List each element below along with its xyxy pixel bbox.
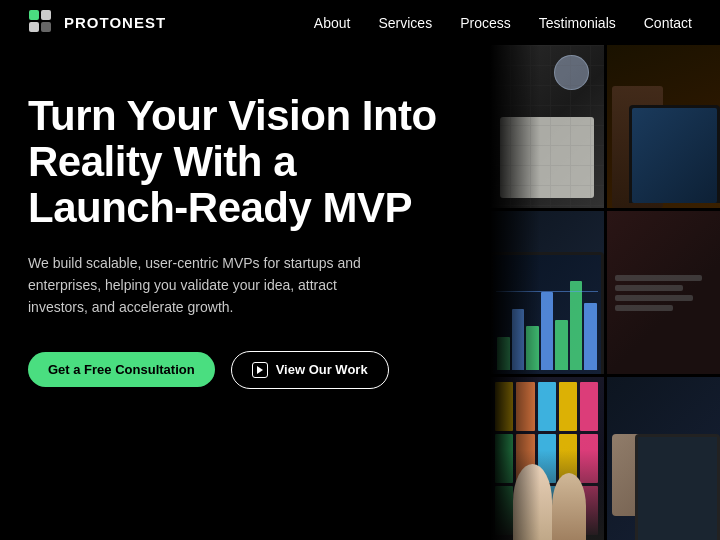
person-1 (513, 464, 553, 540)
chart-line (496, 291, 598, 292)
img4-bar-2 (615, 285, 683, 291)
img4-bar-4 (615, 305, 674, 311)
nav-links: About Services Process Testimonials Cont… (314, 14, 692, 32)
bar-2 (512, 309, 525, 370)
img6-screen (638, 437, 717, 540)
hero-image-grid (490, 45, 720, 540)
logo-text: PROTONEST (64, 14, 166, 31)
cta-primary-button[interactable]: Get a Free Consultation (28, 352, 215, 387)
img1-paper (500, 117, 594, 199)
hero-title: Turn Your Vision Into Reality With a Lau… (28, 93, 462, 232)
person-2 (552, 473, 586, 540)
hero-subtitle: We build scalable, user-centric MVPs for… (28, 252, 388, 319)
nav-process[interactable]: Process (460, 15, 511, 31)
hero-image-3 (490, 211, 604, 374)
nav-testimonials[interactable]: Testimonials (539, 15, 616, 31)
bar-1 (497, 337, 510, 370)
navbar: PROTONEST About Services Process Testimo… (0, 0, 720, 45)
nav-services[interactable]: Services (378, 15, 432, 31)
sticky-2 (516, 382, 534, 431)
logo-icon (28, 9, 56, 37)
svg-rect-2 (29, 22, 39, 32)
svg-rect-3 (41, 22, 51, 32)
nav-contact[interactable]: Contact (644, 15, 692, 31)
bar-4 (541, 292, 554, 370)
img4-bar-1 (615, 275, 703, 281)
img5-people (490, 450, 604, 540)
img4-bar-3 (615, 295, 693, 301)
img3-screen (493, 255, 601, 374)
bar-7 (584, 303, 597, 370)
hero-content: Turn Your Vision Into Reality With a Lau… (0, 45, 490, 540)
hero-image-6 (607, 377, 721, 540)
hero-image-4 (607, 211, 721, 374)
bar-6 (570, 281, 583, 370)
hero-image-5 (490, 377, 604, 540)
sticky-4 (559, 382, 577, 431)
img1-glass (554, 55, 589, 90)
img4-content (607, 211, 721, 374)
hero-image-2 (607, 45, 721, 208)
nav-about[interactable]: About (314, 15, 351, 31)
play-triangle (257, 366, 263, 374)
img2-laptop (629, 105, 720, 203)
img3-laptop (490, 252, 604, 374)
img2-screen (632, 108, 717, 203)
sticky-5 (580, 382, 598, 431)
hero-buttons: Get a Free Consultation View Our Work (28, 351, 462, 389)
logo[interactable]: PROTONEST (28, 9, 166, 37)
img6-laptop (635, 434, 720, 540)
sticky-1 (495, 382, 513, 431)
bar-3 (526, 326, 539, 371)
view-work-label: View Our Work (276, 362, 368, 377)
cta-secondary-button[interactable]: View Our Work (231, 351, 389, 389)
hero-section: Turn Your Vision Into Reality With a Lau… (0, 45, 720, 540)
play-icon (252, 362, 268, 378)
svg-rect-1 (41, 10, 51, 20)
sticky-3 (538, 382, 556, 431)
hero-image-1 (490, 45, 604, 208)
chart-bars (497, 259, 597, 370)
bar-5 (555, 320, 568, 370)
svg-rect-0 (29, 10, 39, 20)
